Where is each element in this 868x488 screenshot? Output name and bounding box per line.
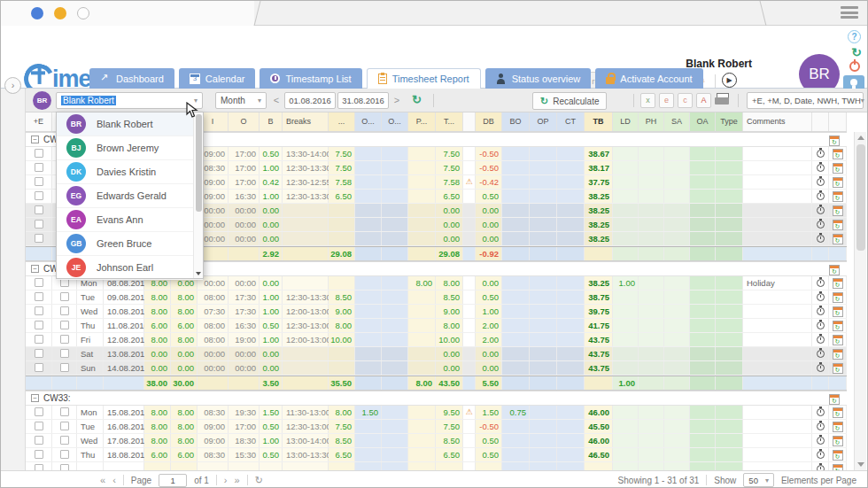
column-header-b[interactable]: B [260,112,283,131]
stopwatch-icon[interactable] [817,221,825,229]
column-header-act1[interactable] [812,112,829,131]
export-day-icon[interactable] [833,177,843,188]
export-day-icon[interactable] [833,149,843,159]
stopwatch-icon[interactable] [817,336,825,344]
stopwatch-icon[interactable] [817,150,825,158]
row-checkbox[interactable] [35,436,43,445]
row-checkbox[interactable] [35,163,43,172]
row-checkbox[interactable] [60,407,69,416]
row-checkbox[interactable] [35,306,43,315]
tab-timesheet-report[interactable]: Timesheet Report [367,68,481,89]
row-checkbox[interactable] [35,363,43,372]
next-page-button[interactable]: › [224,475,228,485]
row-checkbox[interactable] [60,464,69,470]
row-checkbox[interactable] [60,335,69,344]
page-input[interactable] [159,474,187,487]
vertical-scrollbar[interactable] [854,132,866,470]
employee-select[interactable]: Blank Robert ▾ [56,92,203,109]
window-close-button[interactable] [31,7,43,19]
stopwatch-icon[interactable] [817,164,825,172]
export-day-icon[interactable] [833,464,843,470]
date-to-input[interactable]: 31.08.2016 [337,92,389,109]
stopwatch-icon[interactable] [817,279,825,287]
scroll-up-icon[interactable] [857,136,864,140]
column-header-t-[interactable]: T... [436,112,463,131]
export-day-icon[interactable] [829,136,840,146]
collapse-icon[interactable]: − [31,265,39,273]
column-header-act2[interactable] [829,112,847,131]
tab-timestamp-list[interactable]: Timestamp List [260,68,361,89]
last-page-button[interactable]: » [235,475,240,485]
stopwatch-icon[interactable] [817,321,825,329]
column-header-comments[interactable]: Comments [743,112,812,131]
export-day-icon[interactable] [833,292,843,303]
power-icon[interactable] [849,61,860,72]
next-period-button[interactable]: > [391,92,403,109]
stopwatch-icon[interactable] [817,178,825,186]
tab-dashboard[interactable]: Dashboard [89,68,174,89]
export-day-icon[interactable] [833,321,843,331]
row-checkbox[interactable] [60,450,69,459]
stopwatch-icon[interactable] [817,192,825,200]
stopwatch-icon[interactable] [817,307,825,315]
chevron-down-icon[interactable]: ▾ [765,476,769,484]
column-header-db[interactable]: DB [476,112,502,131]
row-checkbox[interactable] [35,177,43,186]
stopwatch-icon[interactable] [817,451,825,459]
dropdown-item-johnson-earl[interactable]: JEJohnson Earl [57,256,203,280]
row-checkbox[interactable] [35,234,43,243]
column-header-breaks[interactable]: Breaks [283,112,329,131]
visible-columns-select[interactable]: +E, +M, D, Date, NWH, TWH ▾ [747,92,864,109]
scroll-down-icon[interactable] [196,272,201,275]
export-day-icon[interactable] [833,205,843,216]
column-header-o[interactable]: O [229,112,260,131]
row-checkbox[interactable] [35,450,43,459]
help-icon[interactable]: ? [848,30,861,43]
window-minimize-button[interactable] [54,7,66,19]
column-header-o-[interactable]: O... [355,112,382,131]
dropdown-item-edwards-gerald[interactable]: EGEdwards Gerald [57,184,203,208]
export-day-icon[interactable] [833,450,843,461]
column-header-sa[interactable]: SA [664,112,690,131]
row-checkbox[interactable] [35,335,43,344]
tab-status-overview[interactable]: Status overview [485,68,592,89]
row-checkbox[interactable] [35,191,43,200]
dropdown-item-evans-ann[interactable]: EAEvans Ann [57,208,203,232]
reload-period-icon[interactable]: ↻ [412,93,422,106]
dropdown-item-brown-jeremy[interactable]: BJBrown Jeremy [57,136,203,160]
tab-calendar[interactable]: Calendar [179,68,256,89]
date-from-input[interactable]: 01.08.2016 [284,92,336,109]
export-xls-button[interactable]: x [640,93,655,108]
dropdown-item-davies-kristin[interactable]: DKDavies Kristin [57,160,203,184]
row-checkbox[interactable] [35,464,43,470]
column-header-warn[interactable] [463,112,476,131]
refresh-page-icon[interactable]: ↻ [255,475,263,486]
export-e-button[interactable]: e [659,93,674,108]
export-day-icon[interactable] [833,306,843,317]
stopwatch-icon[interactable] [817,364,825,372]
row-checkbox[interactable] [35,205,43,214]
previous-period-button[interactable]: < [270,92,283,109]
refresh-icon[interactable]: ↻ [851,45,862,59]
dropdown-scrollbar[interactable] [193,112,203,278]
row-checkbox[interactable] [60,321,69,329]
row-checkbox[interactable] [60,292,69,301]
column-header-bo[interactable]: BO [502,112,530,131]
scroll-down-icon[interactable] [857,462,864,467]
chevron-down-icon[interactable]: ▾ [861,97,864,105]
column-header-ph[interactable]: PH [639,112,664,131]
export-day-icon[interactable] [833,335,843,345]
export-day-icon[interactable] [833,349,843,360]
play-button[interactable]: ▶ [722,73,737,88]
row-checkbox[interactable] [35,407,43,416]
row-checkbox[interactable] [60,436,69,445]
row-checkbox[interactable] [35,349,43,358]
stopwatch-icon[interactable] [817,293,825,301]
export-day-icon[interactable] [829,265,840,275]
stopwatch-icon[interactable] [817,437,825,445]
tab-activate-account[interactable]: Activate Account [595,68,702,89]
menu-icon[interactable] [841,6,858,20]
export-csv-button[interactable]: c [678,93,693,108]
stopwatch-icon[interactable] [817,408,825,416]
row-checkbox[interactable] [60,349,69,358]
